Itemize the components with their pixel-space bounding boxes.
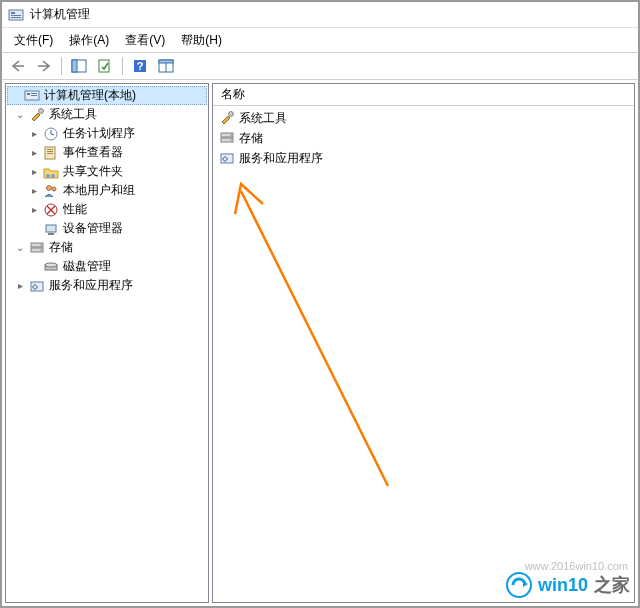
- svg-rect-6: [99, 60, 109, 72]
- tree-collapse-icon[interactable]: ⌄: [13, 108, 27, 122]
- tree-label: 系统工具: [47, 106, 99, 123]
- watermark: win10 之家: [506, 572, 630, 598]
- svg-rect-13: [27, 93, 30, 95]
- tree-node-local-users[interactable]: ▸ 本地用户和组: [7, 181, 207, 200]
- svg-rect-10: [159, 60, 173, 63]
- tree-expand-icon[interactable]: ▸: [27, 146, 41, 160]
- svg-rect-1: [11, 12, 15, 14]
- watermark-url: www.2016win10.com: [525, 560, 628, 572]
- watermark-text-2: 之家: [594, 573, 630, 597]
- local-users-icon: [43, 183, 59, 199]
- svg-point-34: [45, 263, 57, 267]
- tree-node-device-manager[interactable]: ▸ 设备管理器: [7, 219, 207, 238]
- shared-folders-icon: [43, 164, 59, 180]
- tree-expand-icon[interactable]: ▸: [27, 203, 41, 217]
- toolbar-separator: [122, 57, 123, 75]
- svg-rect-28: [48, 233, 54, 235]
- list-item-services-apps[interactable]: 服务和应用程序: [217, 148, 630, 168]
- app-icon: [8, 7, 24, 23]
- tree-label: 性能: [61, 201, 89, 218]
- services-apps-icon: [29, 278, 45, 294]
- system-tools-icon: [29, 107, 45, 123]
- tree-expand-icon[interactable]: ▸: [27, 127, 41, 141]
- svg-point-40: [230, 134, 232, 136]
- svg-point-32: [40, 249, 42, 251]
- tree-node-shared-folders[interactable]: ▸ 共享文件夹: [7, 162, 207, 181]
- tree-expand-icon[interactable]: ▸: [27, 184, 41, 198]
- list-item-storage[interactable]: 存储: [217, 128, 630, 148]
- tree-node-disk-management[interactable]: ▸ 磁盘管理: [7, 257, 207, 276]
- device-manager-icon: [43, 221, 59, 237]
- tree-label: 存储: [47, 239, 75, 256]
- tree-node-services-apps[interactable]: ▸ 服务和应用程序: [7, 276, 207, 295]
- svg-point-41: [230, 139, 232, 141]
- svg-point-25: [52, 187, 56, 191]
- list-panel: 名称 系统工具 存储 服务和应用程序: [212, 83, 635, 603]
- help-button[interactable]: ?: [128, 55, 152, 77]
- svg-point-45: [507, 573, 531, 597]
- list-item-label: 系统工具: [239, 110, 287, 127]
- tree-node-performance[interactable]: ▸ 性能: [7, 200, 207, 219]
- menu-file[interactable]: 文件(F): [6, 30, 61, 51]
- tree-expand-icon[interactable]: ▸: [27, 165, 41, 179]
- tree-label: 本地用户和组: [61, 182, 137, 199]
- annotation-arrow: [213, 106, 623, 586]
- list-body[interactable]: 系统工具 存储 服务和应用程序: [213, 106, 634, 602]
- list-item-system-tools[interactable]: 系统工具: [217, 108, 630, 128]
- tree-label: 磁盘管理: [61, 258, 113, 275]
- tree-label: 共享文件夹: [61, 163, 125, 180]
- tree-expand-icon[interactable]: ▸: [13, 279, 27, 293]
- svg-point-24: [47, 185, 52, 190]
- tree-node-task-scheduler[interactable]: ▸ 任务计划程序: [7, 124, 207, 143]
- storage-icon: [29, 240, 45, 256]
- tree-node-storage[interactable]: ⌄ 存储: [7, 238, 207, 257]
- tree-label: 服务和应用程序: [47, 277, 135, 294]
- list-item-label: 存储: [239, 130, 263, 147]
- menu-help[interactable]: 帮助(H): [173, 30, 230, 51]
- svg-text:?: ?: [137, 60, 144, 72]
- svg-point-16: [39, 108, 44, 113]
- tree-node-event-viewer[interactable]: ▸ 事件查看器: [7, 143, 207, 162]
- titlebar: 计算机管理: [2, 2, 638, 28]
- disk-management-icon: [43, 259, 59, 275]
- content-area: ▸ 计算机管理(本地) ⌄ 系统工具 ▸: [2, 80, 638, 606]
- svg-rect-2: [11, 15, 21, 16]
- task-scheduler-icon: [43, 126, 59, 142]
- properties-button[interactable]: [93, 55, 117, 77]
- svg-rect-21: [47, 153, 53, 154]
- svg-point-23: [51, 174, 55, 178]
- svg-line-44: [241, 191, 388, 486]
- tree-root-node[interactable]: ▸ 计算机管理(本地): [7, 86, 207, 105]
- svg-point-37: [229, 112, 234, 117]
- column-header-name[interactable]: 名称: [221, 86, 245, 103]
- svg-rect-27: [46, 225, 56, 232]
- window-title: 计算机管理: [30, 6, 90, 23]
- watermark-logo-icon: [506, 572, 532, 598]
- tree-label: 任务计划程序: [61, 125, 137, 142]
- svg-point-22: [46, 174, 50, 178]
- view-options-button[interactable]: [154, 55, 178, 77]
- tree-node-system-tools[interactable]: ⌄ 系统工具: [7, 105, 207, 124]
- tree-collapse-icon[interactable]: ⌄: [13, 241, 27, 255]
- tree-label: 设备管理器: [61, 220, 125, 237]
- list-header[interactable]: 名称: [213, 84, 634, 106]
- svg-rect-3: [11, 17, 21, 18]
- back-button[interactable]: [6, 55, 30, 77]
- svg-rect-15: [31, 95, 37, 96]
- system-tools-icon: [219, 110, 235, 126]
- performance-icon: [43, 202, 59, 218]
- show-hide-tree-button[interactable]: [67, 55, 91, 77]
- storage-icon: [219, 130, 235, 146]
- forward-button[interactable]: [32, 55, 56, 77]
- menubar: 文件(F) 操作(A) 查看(V) 帮助(H): [2, 28, 638, 52]
- toolbar: ?: [2, 52, 638, 80]
- menu-view[interactable]: 查看(V): [117, 30, 173, 51]
- tree-panel[interactable]: ▸ 计算机管理(本地) ⌄ 系统工具 ▸: [5, 83, 209, 603]
- menu-action[interactable]: 操作(A): [61, 30, 117, 51]
- svg-rect-20: [47, 151, 53, 152]
- tree-root-label: 计算机管理(本地): [42, 87, 138, 104]
- watermark-text-1: win10: [538, 575, 588, 596]
- tree-label: 事件查看器: [61, 144, 125, 161]
- svg-rect-19: [47, 149, 53, 150]
- event-viewer-icon: [43, 145, 59, 161]
